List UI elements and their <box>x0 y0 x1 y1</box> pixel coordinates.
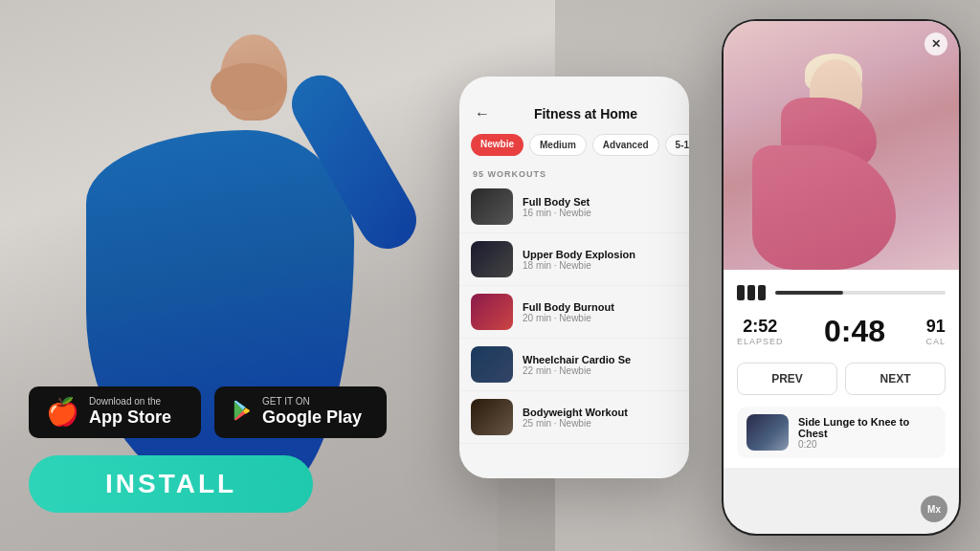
progress-fill <box>775 291 843 295</box>
app-store-button[interactable]: 🍎 Download on the App Store <box>29 386 201 438</box>
exercise-controls: 2:52 ELAPSED 0:48 91 CAL PREV NEXT Side … <box>724 270 959 468</box>
workout-name-3: Full Body Burnout <box>523 301 678 313</box>
stats-row: 2:52 ELAPSED 0:48 91 CAL <box>737 314 946 349</box>
apple-icon: 🍎 <box>46 399 79 426</box>
timer-bar-3 <box>758 285 766 300</box>
timer-icon <box>737 285 766 300</box>
timer-bar-1 <box>737 285 745 300</box>
workout-name-2: Upper Body Explosion <box>523 249 678 260</box>
workout-meta-1: 16 min · Newbie <box>523 208 678 218</box>
watermark: Mx <box>921 496 947 522</box>
google-play-sub-label: GET IT ON <box>262 396 362 408</box>
workout-info-1: Full Body Set 16 min · Newbie <box>523 196 678 218</box>
next-exercise-name: Side Lunge to Knee to Chest <box>798 416 936 439</box>
google-play-icon <box>232 400 253 425</box>
workout-thumb-1 <box>471 188 513 225</box>
phone-list-header: ← Fitness at Home <box>459 92 689 126</box>
workout-name-1: Full Body Set <box>523 196 678 208</box>
next-exercise-thumb <box>746 414 789 451</box>
next-button[interactable]: NEXT <box>845 363 946 395</box>
workout-item-1[interactable]: Full Body Set 16 min · Newbie <box>459 181 689 233</box>
install-button[interactable]: INSTALL <box>29 455 313 513</box>
phone-list-inner: ← Fitness at Home Newbie Medium Advanced… <box>459 77 689 444</box>
elapsed-label: ELAPSED <box>737 337 784 346</box>
left-content: 🍎 Download on the App Store GET IT ON Go… <box>29 386 469 513</box>
chip-5-10[interactable]: 5-10 min <box>665 134 689 156</box>
workout-thumb-2 <box>471 241 513 277</box>
elapsed-stat: 2:52 ELAPSED <box>737 317 784 346</box>
workout-name-4: Wheelchair Cardio Se <box>523 354 678 365</box>
google-play-main-label: Google Play <box>262 408 362 429</box>
phone-exercise-screen: ✕ 2:52 ELAPSED 0:48 91 CAL <box>722 19 961 536</box>
exercise-person <box>733 40 949 270</box>
app-store-text: Download on the App Store <box>89 396 171 429</box>
workout-item-2[interactable]: Upper Body Explosion 18 min · Newbie <box>459 233 689 286</box>
close-button[interactable]: ✕ <box>924 33 947 55</box>
cal-value: 91 <box>925 317 946 337</box>
filter-bar: Newbie Medium Advanced 5-10 min 10-20 mi… <box>459 126 689 164</box>
screen-title: Fitness at Home <box>498 106 674 121</box>
workout-thumb-3 <box>471 294 513 330</box>
app-store-main-label: App Store <box>89 408 171 429</box>
workout-info-4: Wheelchair Cardio Se 22 min · Newbie <box>523 354 678 376</box>
timer-row <box>737 285 946 300</box>
google-play-text: GET IT ON Google Play <box>262 396 362 429</box>
workout-item-5[interactable]: Bodyweight Workout 25 min · Newbie <box>459 391 689 444</box>
timer-value: 0:48 <box>824 314 885 349</box>
chip-medium[interactable]: Medium <box>529 134 587 156</box>
exercise-image: ✕ <box>724 21 959 270</box>
cal-label: CAL <box>925 337 946 346</box>
timer-bar-2 <box>747 285 755 300</box>
back-button[interactable]: ← <box>475 105 490 122</box>
app-store-sub-label: Download on the <box>89 396 171 408</box>
timer-stat: 0:48 <box>824 314 885 349</box>
nav-buttons: PREV NEXT <box>737 363 946 395</box>
workout-item-3[interactable]: Full Body Burnout 20 min · Newbie <box>459 286 689 339</box>
next-exercise-duration: 0:20 <box>798 439 936 450</box>
chip-advanced[interactable]: Advanced <box>592 134 659 156</box>
person-legs <box>752 145 896 270</box>
chip-newbie[interactable]: Newbie <box>471 134 523 156</box>
workout-meta-5: 25 min · Newbie <box>523 418 678 429</box>
workouts-count: 95 WORKOUTS <box>459 164 689 181</box>
workout-meta-4: 22 min · Newbie <box>523 365 678 376</box>
workout-info-2: Upper Body Explosion 18 min · Newbie <box>523 249 678 271</box>
workout-meta-2: 18 min · Newbie <box>523 260 678 271</box>
phone-list-screen: ← Fitness at Home Newbie Medium Advanced… <box>459 77 689 478</box>
workout-thumb-5 <box>471 399 513 435</box>
workout-item-4[interactable]: Wheelchair Cardio Se 22 min · Newbie <box>459 339 689 391</box>
next-exercise-info: Side Lunge to Knee to Chest 0:20 <box>798 416 936 450</box>
progress-bar <box>775 291 946 295</box>
google-play-button[interactable]: GET IT ON Google Play <box>214 386 387 438</box>
workout-meta-3: 20 min · Newbie <box>523 313 678 323</box>
next-exercise: Side Lunge to Knee to Chest 0:20 <box>737 407 946 458</box>
cal-stat: 91 CAL <box>925 317 946 346</box>
workout-thumb-4 <box>471 346 513 383</box>
workout-info-5: Bodyweight Workout 25 min · Newbie <box>523 407 678 429</box>
elapsed-value: 2:52 <box>737 317 784 337</box>
prev-button[interactable]: PREV <box>737 363 837 395</box>
store-buttons: 🍎 Download on the App Store GET IT ON Go… <box>29 386 469 438</box>
workout-name-5: Bodyweight Workout <box>523 407 678 418</box>
workout-info-3: Full Body Burnout 20 min · Newbie <box>523 301 678 323</box>
